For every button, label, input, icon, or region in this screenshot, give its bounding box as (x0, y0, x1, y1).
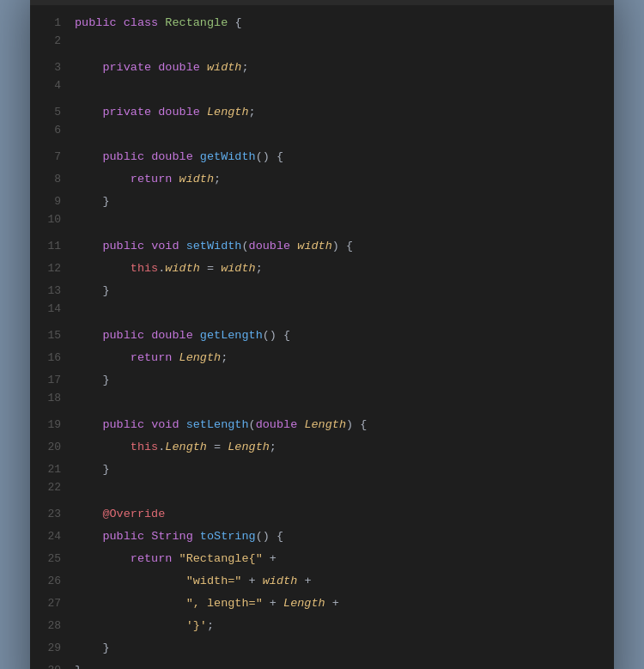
line-24: 24 public String toString() { (30, 526, 614, 548)
line-18: 18 (30, 392, 614, 414)
code-editor: 1 public class Rectangle { 2 3 private d… (30, 5, 614, 669)
line-21: 21 } (30, 459, 614, 481)
line-25: 25 return "Rectangle{" + (30, 548, 614, 570)
line-23: 23 @Override (30, 503, 614, 526)
line-2: 2 (30, 34, 614, 57)
line-16: 16 return Length; (30, 347, 614, 369)
line-3: 3 private double width; (30, 57, 614, 79)
line-14: 14 (30, 302, 614, 325)
line-28: 28 '}'; (30, 615, 614, 637)
line-12: 12 this.width = width; (30, 258, 614, 280)
line-27: 27 ", length=" + Length + (30, 593, 614, 615)
line-9: 9 } (30, 191, 614, 213)
line-15: 15 public double getLength() { (30, 325, 614, 347)
line-13: 13 } (30, 280, 614, 302)
line-7: 7 public double getWidth() { (30, 146, 614, 168)
line-22: 22 (30, 481, 614, 503)
code-window: 1 public class Rectangle { 2 3 private d… (30, 0, 614, 669)
line-4: 4 (30, 79, 614, 101)
line-20: 20 this.Length = Length; (30, 436, 614, 459)
line-8: 8 return width; (30, 168, 614, 191)
line-10: 10 (30, 213, 614, 235)
line-26: 26 "width=" + width + (30, 570, 614, 593)
line-19: 19 public void setLength(double Length) … (30, 414, 614, 436)
line-5: 5 private double Length; (30, 101, 614, 124)
line-11: 11 public void setWidth(double width) { (30, 235, 614, 258)
line-17: 17 } (30, 369, 614, 392)
line-1: 1 public class Rectangle { (30, 12, 614, 34)
line-29: 29 } (30, 637, 614, 660)
line-6: 6 (30, 124, 614, 146)
line-30: 30 } (30, 660, 614, 669)
